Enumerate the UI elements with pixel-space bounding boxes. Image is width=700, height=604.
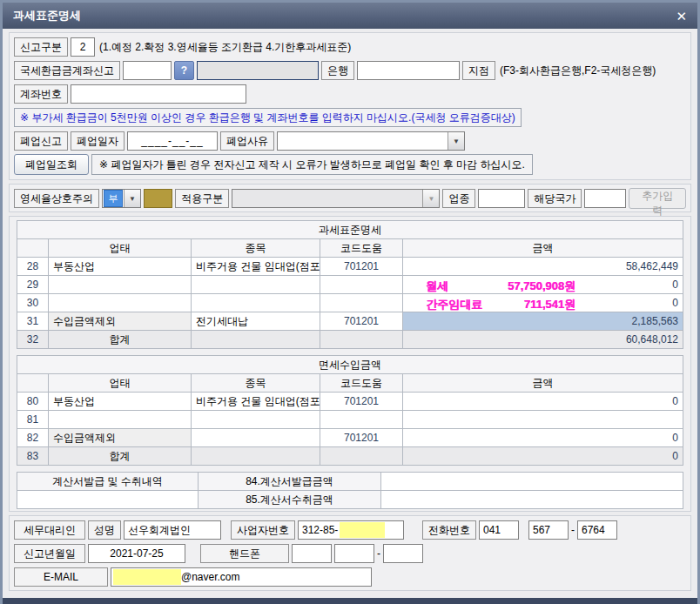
cell-code[interactable]	[320, 411, 403, 429]
zero-rate-row: 영세율상호주의 부 ▼ 적용구분 ▼ 업종 해당국가 추가입력	[14, 188, 686, 209]
phone-area-input[interactable]	[479, 520, 519, 540]
table-header-row: 업태 종목 코드도움 금액	[17, 239, 683, 258]
cell-jongmok[interactable]	[192, 294, 320, 312]
closure-reason-label: 폐업사유	[220, 131, 274, 151]
col-amount: 금액	[403, 374, 683, 393]
cell-code[interactable]: 701201	[320, 312, 403, 331]
close-icon[interactable]: ✕	[676, 10, 687, 23]
chevron-down-icon[interactable]: ▼	[448, 132, 464, 150]
cell-amount[interactable]	[403, 411, 683, 429]
account-no-label: 계좌번호	[14, 84, 68, 104]
email-domain-visible: @naver.com	[181, 571, 240, 583]
email-label: E-MAIL	[14, 567, 108, 587]
row-no: 29	[17, 276, 49, 294]
phone-last-input[interactable]	[577, 520, 617, 540]
bank-label: 은행	[321, 61, 354, 80]
cell-jongmok[interactable]	[192, 411, 320, 429]
cell-code[interactable]: 701201	[320, 393, 403, 411]
phone-mid-input[interactable]	[528, 520, 569, 540]
cell-code[interactable]	[320, 276, 403, 294]
cell-jongmok[interactable]: 비주거용 건물 임대업(점포	[192, 393, 320, 411]
table-total-row: 83 합계 0	[17, 447, 683, 466]
industry-input[interactable]	[478, 189, 525, 208]
invoice-issued-label: 84.계산서발급금액	[199, 473, 381, 491]
invoice-received-value[interactable]	[381, 491, 683, 509]
mobile-label: 핸드폰	[200, 544, 289, 563]
table-row: 28 부동산업 비주거용 건물 임대업(점포 701201 58,462,449	[17, 258, 683, 276]
cell-uptae[interactable]: 부동산업	[49, 393, 192, 411]
report-date-input[interactable]	[88, 544, 185, 563]
invoice-issued-value[interactable]	[381, 473, 683, 491]
row-no: 82	[17, 429, 49, 447]
refund-account-row: 국세환급금계좌신고 ? 은행 지점 (F3-회사환급은행,F2-국세청은행)	[14, 60, 686, 81]
col-jongmok: 종목	[192, 239, 320, 258]
apply-type-value	[232, 190, 422, 207]
agent-row-1: 세무대리인 성명 사업자번호 312-85- 전화번호 -	[14, 520, 686, 540]
cell-uptae[interactable]: 부동산업	[49, 258, 192, 276]
closure-date-input[interactable]	[127, 131, 218, 151]
cell-amount[interactable]: 0	[403, 276, 683, 294]
cell-amount[interactable]: 0	[403, 429, 683, 447]
report-type-input[interactable]	[71, 37, 95, 57]
agent-name-input[interactable]	[124, 520, 221, 540]
taxbase-dialog: 과세표준명세 ✕ 신고구분 (1.예정 2.확정 3.영세율등 조기환급 4.기…	[0, 0, 700, 604]
account-number-row: 계좌번호	[14, 84, 686, 104]
closure-lookup-button[interactable]: 폐업일조회	[14, 154, 89, 175]
cell-jongmok	[192, 447, 320, 466]
row-no: 80	[17, 393, 49, 411]
cell-amount[interactable]: 0	[403, 294, 683, 312]
cell-amount[interactable]: 58,462,449	[403, 258, 683, 276]
cell-uptae[interactable]: 수입금액제외	[49, 429, 192, 447]
cell-code[interactable]: 701201	[320, 258, 403, 276]
redacted-highlight	[340, 522, 385, 538]
closure-label: 폐업신고	[14, 131, 68, 151]
closure-reason-combo[interactable]: ▼	[277, 131, 465, 151]
refund-bank-code-input[interactable]	[123, 61, 172, 80]
cell-uptae[interactable]	[49, 276, 192, 294]
report-info-section: 신고구분 (1.예정 2.확정 3.영세율등 조기환급 4.기한후과세표준) 국…	[9, 32, 691, 180]
col-code: 코드도움	[320, 374, 403, 393]
cell-jongmok[interactable]	[192, 429, 320, 447]
report-date-label: 신고년월일	[14, 544, 85, 563]
row-no: 32	[17, 331, 49, 349]
apply-type-label: 적용구분	[175, 189, 229, 208]
cell-uptae[interactable]	[49, 294, 192, 312]
invoice-header: 계산서발급 및 수취내역	[17, 473, 199, 491]
zero-rate-value: 부	[103, 190, 124, 207]
cell-amount[interactable]: 0	[403, 393, 683, 411]
help-icon[interactable]: ?	[174, 61, 194, 80]
country-input[interactable]	[584, 189, 626, 208]
col-code: 코드도움	[320, 239, 403, 258]
cell-uptae[interactable]	[49, 411, 192, 429]
chevron-down-icon[interactable]: ▼	[124, 190, 140, 207]
mobile-area-input[interactable]	[292, 544, 332, 563]
table-header-row: 업태 종목 코드도움 금액	[17, 374, 683, 393]
dialog-body: 신고구분 (1.예정 2.확정 3.영세율등 조기환급 4.기한후과세표준) 국…	[3, 29, 697, 604]
cell-jongmok[interactable]: 비주거용 건물 임대업(점포	[192, 258, 320, 276]
cell-code[interactable]	[320, 294, 403, 312]
agent-label: 세무대리인	[14, 520, 85, 540]
cell-jongmok[interactable]: 전기세대납	[192, 312, 320, 331]
email-input[interactable]: @naver.com	[111, 567, 372, 587]
table-row: 30 0	[17, 294, 683, 312]
cell-jongmok[interactable]	[192, 276, 320, 294]
report-type-label: 신고구분	[14, 37, 68, 57]
cell-total-amount: 0	[403, 447, 683, 466]
cell-amount-selected[interactable]: 2,185,563	[403, 312, 683, 331]
bank-branch-input[interactable]	[357, 61, 460, 80]
biz-no-label: 사업자번호	[231, 520, 295, 540]
flag-badge-icon: 부	[104, 190, 123, 207]
cell-uptae[interactable]: 수입금액제외	[49, 312, 192, 331]
table-total-row: 32 합계 60,648,012	[17, 331, 683, 349]
account-no-input[interactable]	[71, 84, 246, 104]
branch-hint: (F3-회사환급은행,F2-국세청은행)	[498, 64, 656, 78]
mobile-last-input[interactable]	[383, 544, 423, 563]
cell-code[interactable]: 701201	[320, 429, 403, 447]
biz-no-visible: 312-85-	[300, 524, 340, 536]
mobile-mid-input[interactable]	[334, 544, 374, 563]
biz-no-input[interactable]: 312-85-	[298, 520, 404, 540]
cell-total-label: 합계	[49, 447, 192, 466]
agent-row-2: 신고년월일 핸드폰 -	[14, 543, 686, 564]
row-no: 28	[17, 258, 49, 276]
zero-rate-combo[interactable]: 부 ▼	[102, 189, 141, 208]
